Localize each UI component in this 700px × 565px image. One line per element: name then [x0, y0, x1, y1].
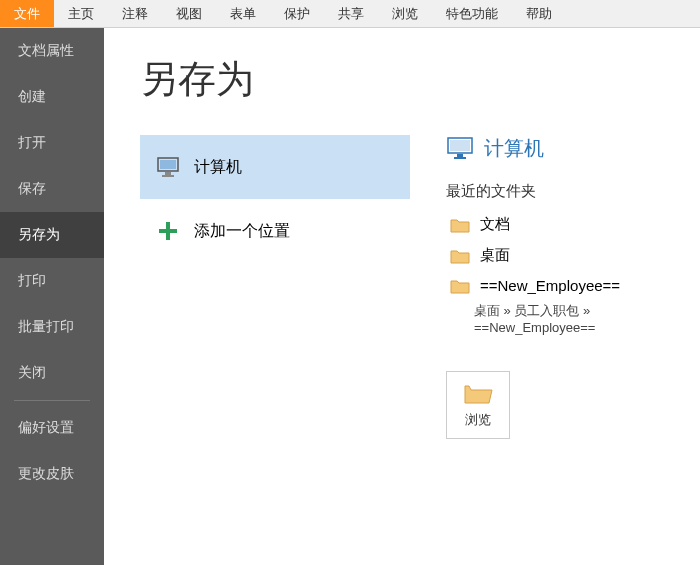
sidebar-batch-print[interactable]: 批量打印	[0, 304, 104, 350]
plus-icon	[154, 219, 182, 243]
folder-documents[interactable]: 文档	[446, 209, 672, 240]
main: 文档属性 创建 打开 保存 另存为 打印 批量打印 关闭 偏好设置 更改皮肤 另…	[0, 28, 700, 565]
computer-icon	[446, 136, 474, 162]
sidebar-divider	[14, 400, 90, 401]
svg-rect-5	[159, 229, 177, 233]
folder-name: 桌面	[480, 246, 510, 265]
sidebar-print[interactable]: 打印	[0, 258, 104, 304]
computer-icon	[154, 156, 182, 178]
folder-name: 文档	[480, 215, 510, 234]
content: 另存为 计算机 添加一个位置	[104, 28, 700, 565]
folder-icon	[450, 217, 470, 233]
page-title: 另存为	[140, 54, 672, 105]
svg-rect-3	[162, 175, 174, 177]
folder-name: ==New_Employee==	[480, 277, 620, 294]
sidebar-save-as[interactable]: 另存为	[0, 212, 104, 258]
menu-file[interactable]: 文件	[0, 0, 54, 27]
locations-list: 计算机 添加一个位置	[140, 135, 410, 439]
folder-path: 桌面 » 员工入职包 » ==New_Employee==	[446, 300, 672, 345]
sidebar-preferences[interactable]: 偏好设置	[0, 405, 104, 451]
menu-extras[interactable]: 特色功能	[432, 0, 512, 27]
sidebar-properties[interactable]: 文档属性	[0, 28, 104, 74]
svg-rect-1	[160, 160, 176, 169]
sidebar-skin[interactable]: 更改皮肤	[0, 451, 104, 497]
sidebar-close[interactable]: 关闭	[0, 350, 104, 396]
browse-label: 浏览	[465, 411, 491, 429]
sidebar: 文档属性 创建 打开 保存 另存为 打印 批量打印 关闭 偏好设置 更改皮肤	[0, 28, 104, 565]
svg-rect-8	[457, 154, 463, 157]
location-add-place[interactable]: 添加一个位置	[140, 199, 410, 263]
top-menu: 文件 主页 注释 视图 表单 保护 共享 浏览 特色功能 帮助	[0, 0, 700, 28]
location-label: 添加一个位置	[194, 221, 290, 242]
menu-home[interactable]: 主页	[54, 0, 108, 27]
right-panel: 计算机 最近的文件夹 文档 桌面	[446, 135, 672, 439]
two-col: 计算机 添加一个位置 计算机 最近的文件夹	[140, 135, 672, 439]
folder-new-employee[interactable]: ==New_Employee==	[446, 271, 672, 300]
folder-icon	[450, 248, 470, 264]
svg-rect-7	[450, 140, 470, 151]
menu-help[interactable]: 帮助	[512, 0, 566, 27]
recent-folders-label: 最近的文件夹	[446, 182, 672, 201]
sidebar-save[interactable]: 保存	[0, 166, 104, 212]
menu-browse[interactable]: 浏览	[378, 0, 432, 27]
folder-open-icon	[463, 381, 493, 405]
location-computer[interactable]: 计算机	[140, 135, 410, 199]
sidebar-create[interactable]: 创建	[0, 74, 104, 120]
right-header: 计算机	[446, 135, 672, 162]
menu-share[interactable]: 共享	[324, 0, 378, 27]
right-heading: 计算机	[484, 135, 544, 162]
menu-comment[interactable]: 注释	[108, 0, 162, 27]
menu-view[interactable]: 视图	[162, 0, 216, 27]
svg-rect-2	[165, 172, 171, 175]
folder-icon	[450, 278, 470, 294]
menu-protect[interactable]: 保护	[270, 0, 324, 27]
folder-desktop[interactable]: 桌面	[446, 240, 672, 271]
sidebar-open[interactable]: 打开	[0, 120, 104, 166]
browse-button[interactable]: 浏览	[446, 371, 510, 439]
menu-form[interactable]: 表单	[216, 0, 270, 27]
location-label: 计算机	[194, 157, 242, 178]
svg-rect-9	[454, 157, 466, 159]
